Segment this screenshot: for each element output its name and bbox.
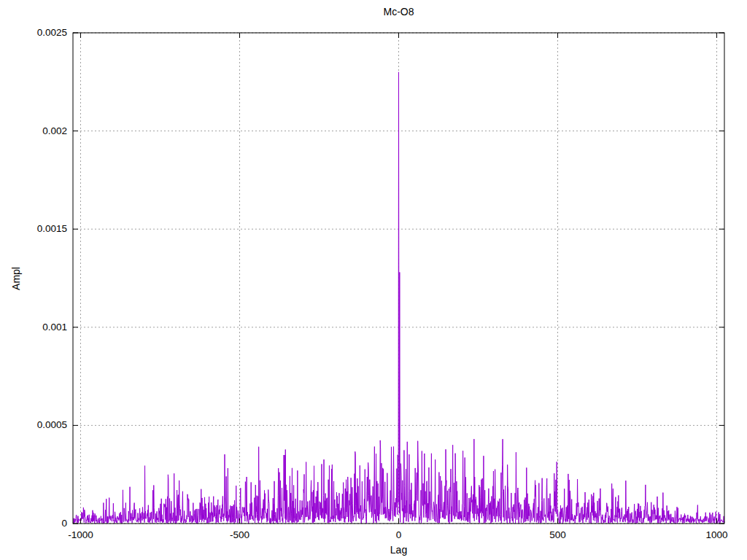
x-tick-label: -1000 (51, 529, 109, 540)
y-tick-label: 0.001 (10, 322, 67, 332)
y-tick-label: 0.0015 (10, 223, 67, 234)
x-tick-label: 500 (529, 529, 587, 540)
y-tick-label: 0 (10, 518, 67, 529)
y-tick-label: 0.002 (10, 125, 67, 136)
chart-title: Mc-O8 (73, 6, 724, 18)
y-axis-label: Ampl (10, 242, 22, 315)
x-tick-label: 1000 (688, 529, 746, 540)
x-axis-label: Lag (73, 544, 724, 556)
x-tick-label: 0 (370, 529, 428, 540)
correlation-chart: Mc-O8 Ampl Lag 00.00050.0010.00150.0020.… (0, 0, 747, 560)
x-tick-label: -500 (210, 529, 268, 540)
y-tick-label: 0.0005 (10, 419, 67, 430)
y-tick-label: 0.0025 (10, 27, 67, 38)
correlation-series (73, 72, 724, 524)
plot-canvas (0, 0, 747, 560)
